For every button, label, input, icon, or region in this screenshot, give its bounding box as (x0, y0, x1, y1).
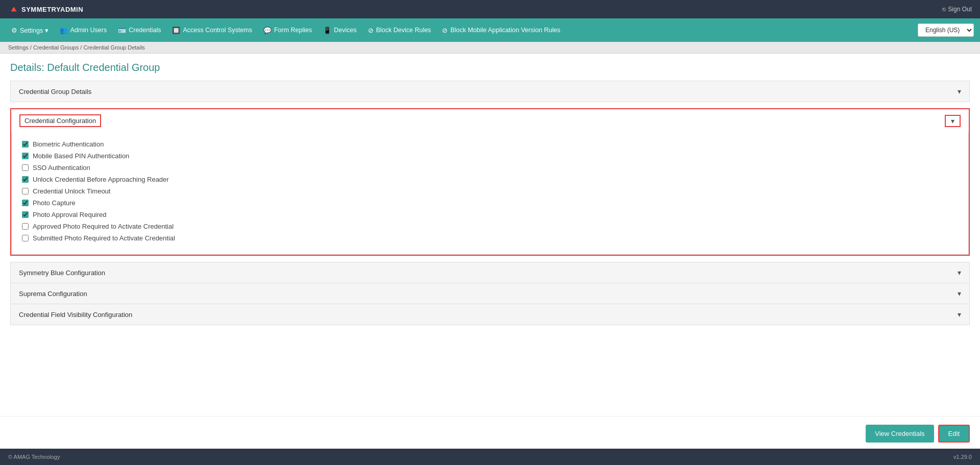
breadcrumb-current: Credential Group Details (83, 44, 144, 51)
symmetry-blue-label: Symmetry Blue Configuration (19, 269, 105, 277)
credential-configuration-label: Credential Configuration (19, 114, 101, 127)
nav-credentials-label: Credentials (129, 27, 161, 34)
checkbox-biometric-label: Biometric Authentication (33, 140, 104, 148)
checkbox-submitted-photo-label: Submitted Photo Required to Activate Cre… (33, 234, 175, 242)
nav-bar: ⚙ Settings ▾ 👥 Admin Users 🪪 Credentials… (0, 18, 980, 42)
credential-group-details-label: Credential Group Details (19, 88, 91, 95)
page-title: Details: Default Credential Group (10, 62, 970, 74)
checkbox-biometric: Biometric Authentication (22, 140, 958, 148)
footer-copyright: © AMAG Technology (8, 454, 60, 460)
block-mobile-rules-icon: ⊘ (442, 27, 448, 34)
checkbox-unlock-credential-label: Unlock Credential Before Approaching Rea… (33, 176, 169, 183)
settings-icon: ⚙ (11, 27, 17, 34)
admin-users-icon: 👥 (60, 27, 68, 34)
footer-version: v1.29.0 (953, 454, 972, 460)
checkbox-unlock-credential: Unlock Credential Before Approaching Rea… (22, 176, 958, 183)
devices-icon: 📱 (323, 27, 331, 34)
checkbox-photo-capture-input[interactable] (22, 200, 29, 206)
credential-configuration-header[interactable]: Credential Configuration ▾ (11, 109, 969, 132)
nav-item-block-mobile-rules[interactable]: ⊘ Block Mobile Application Version Rules (437, 18, 565, 42)
suprema-header[interactable]: Suprema Configuration ▾ (11, 283, 969, 304)
nav-item-admin-users[interactable]: 👥 Admin Users (55, 18, 112, 42)
logo-text: SYMMETRYADMIN (21, 6, 83, 13)
checkbox-credential-timeout: Credential Unlock Timeout (22, 187, 958, 195)
nav-item-block-device-rules[interactable]: ⊘ Block Device Rules (363, 18, 436, 42)
credential-field-visibility-section: Credential Field Visibility Configuratio… (10, 304, 970, 325)
suprema-label: Suprema Configuration (19, 290, 87, 298)
nav-item-access-control[interactable]: 🔲 Access Control Systems (167, 18, 257, 42)
sign-out-icon: ⎋ (942, 6, 946, 13)
checkbox-sso-input[interactable] (22, 164, 29, 171)
language-selector[interactable]: English (US) (918, 23, 974, 37)
credential-field-visibility-header[interactable]: Credential Field Visibility Configuratio… (11, 304, 969, 325)
checkbox-photo-capture-label: Photo Capture (33, 199, 76, 207)
nav-admin-users-label: Admin Users (70, 27, 107, 34)
nav-item-settings[interactable]: ⚙ Settings ▾ (6, 18, 54, 42)
credential-configuration-body: Biometric Authentication Mobile Based PI… (11, 132, 969, 255)
logo: 🔺 SYMMETRYADMIN (8, 4, 83, 15)
checkbox-sso: SSO Authentication (22, 164, 958, 172)
credential-group-details-header[interactable]: Credential Group Details ▾ (11, 81, 969, 102)
nav-access-control-label: Access Control Systems (183, 27, 252, 34)
checkbox-credential-timeout-input[interactable] (22, 188, 29, 194)
nav-block-mobile-rules-label: Block Mobile Application Version Rules (450, 27, 560, 34)
access-control-icon: 🔲 (172, 27, 180, 34)
breadcrumb-settings[interactable]: Settings (8, 44, 29, 51)
checkbox-mobile-pin: Mobile Based PIN Authentication (22, 152, 958, 160)
checkbox-unlock-credential-input[interactable] (22, 176, 29, 183)
logo-icon: 🔺 (8, 4, 19, 15)
nav-settings-label: Settings ▾ (20, 27, 48, 34)
breadcrumb-credential-groups[interactable]: Credential Groups (33, 44, 79, 51)
action-bar: View Credentials Edit (0, 416, 980, 449)
sign-out-button[interactable]: ⎋ Sign Out (942, 6, 972, 13)
nav-devices-label: Devices (334, 27, 356, 34)
credential-configuration-section: Credential Configuration ▾ Biometric Aut… (10, 108, 970, 256)
checkbox-biometric-input[interactable] (22, 141, 29, 148)
top-bar: 🔺 SYMMETRYADMIN ⎋ Sign Out (0, 0, 980, 18)
credential-field-visibility-label: Credential Field Visibility Configuratio… (19, 311, 132, 319)
symmetry-blue-section: Symmetry Blue Configuration ▾ (10, 262, 970, 283)
sign-out-label: Sign Out (948, 6, 972, 13)
suprema-chevron: ▾ (958, 289, 961, 298)
credential-configuration-chevron: ▾ (945, 115, 961, 127)
checkbox-mobile-pin-label: Mobile Based PIN Authentication (33, 152, 129, 160)
nav-items: ⚙ Settings ▾ 👥 Admin Users 🪪 Credentials… (6, 18, 566, 42)
credential-group-details-chevron: ▾ (958, 87, 961, 95)
main-content: Details: Default Credential Group Creden… (0, 54, 980, 416)
symmetry-blue-chevron: ▾ (958, 268, 961, 277)
credentials-icon: 🪪 (118, 27, 126, 34)
nav-item-credentials[interactable]: 🪪 Credentials (113, 18, 166, 42)
breadcrumb: Settings / Credential Groups / Credentia… (0, 42, 980, 54)
checkbox-photo-approval-label: Photo Approval Required (33, 211, 107, 218)
nav-form-replies-label: Form Replies (274, 27, 312, 34)
footer: © AMAG Technology v1.29.0 (0, 449, 980, 465)
checkbox-photo-approval: Photo Approval Required (22, 211, 958, 218)
checkbox-approved-photo: Approved Photo Required to Activate Cred… (22, 223, 958, 230)
nav-item-devices[interactable]: 📱 Devices (318, 18, 361, 42)
checkbox-approved-photo-input[interactable] (22, 223, 29, 230)
checkbox-photo-approval-input[interactable] (22, 211, 29, 218)
block-device-rules-icon: ⊘ (368, 27, 374, 34)
credential-group-details-section: Credential Group Details ▾ (10, 81, 970, 102)
edit-button[interactable]: Edit (938, 425, 970, 443)
checkbox-submitted-photo: Submitted Photo Required to Activate Cre… (22, 234, 958, 242)
checkbox-sso-label: SSO Authentication (33, 164, 90, 172)
checkbox-submitted-photo-input[interactable] (22, 235, 29, 241)
checkbox-photo-capture: Photo Capture (22, 199, 958, 207)
nav-block-device-rules-label: Block Device Rules (376, 27, 431, 34)
nav-item-form-replies[interactable]: 💬 Form Replies (258, 18, 317, 42)
checkbox-approved-photo-label: Approved Photo Required to Activate Cred… (33, 223, 174, 230)
checkbox-mobile-pin-input[interactable] (22, 153, 29, 159)
symmetry-blue-header[interactable]: Symmetry Blue Configuration ▾ (11, 262, 969, 283)
credential-field-visibility-chevron: ▾ (958, 310, 961, 319)
view-credentials-button[interactable]: View Credentials (866, 425, 934, 443)
suprema-section: Suprema Configuration ▾ (10, 283, 970, 304)
checkbox-credential-timeout-label: Credential Unlock Timeout (33, 187, 110, 195)
form-replies-icon: 💬 (263, 27, 272, 34)
